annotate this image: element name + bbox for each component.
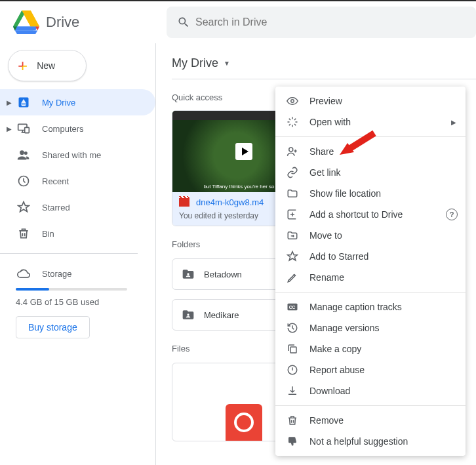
sidebar-item-computers[interactable]: ▶ Computers: [0, 115, 155, 142]
sidebar-item-bin[interactable]: Bin: [0, 220, 155, 247]
storage-label: Storage: [42, 269, 72, 279]
my-drive-icon: [16, 96, 31, 109]
menu-label: Not a helpful suggestion: [309, 436, 408, 447]
sidebar-item-label: My Drive: [42, 98, 75, 108]
menu-label: Move to: [309, 230, 342, 241]
storage-bar: [16, 288, 127, 291]
sidebar-item-label: Starred: [42, 203, 70, 212]
menu-captions[interactable]: CC Manage caption tracks: [275, 296, 466, 317]
menu-label: Manage caption tracks: [309, 302, 402, 312]
menu-share[interactable]: Share: [275, 141, 466, 162]
alert-icon: [286, 364, 299, 376]
menu-move-to[interactable]: Move to: [275, 225, 466, 246]
menu-rename[interactable]: Rename: [275, 267, 466, 288]
menu-copy[interactable]: Make a copy: [275, 338, 466, 359]
bin-icon: [16, 227, 31, 240]
link-icon: [286, 167, 299, 178]
chevron-right-icon: ▶: [451, 119, 456, 126]
menu-open-with[interactable]: Open with ▶: [275, 111, 466, 132]
menu-remove[interactable]: Remove: [275, 410, 466, 431]
copy-icon: [286, 343, 299, 355]
menu-label: Open with: [309, 117, 351, 127]
svg-point-6: [187, 313, 189, 315]
sidebar: + New ▶ My Drive ▶ Computers Shared with…: [0, 43, 156, 465]
plus-icon: +: [18, 56, 28, 76]
menu-label: Add to Starred: [309, 251, 368, 262]
trash-icon: [286, 414, 299, 426]
computers-icon: [16, 122, 31, 135]
menu-show-location[interactable]: Show file location: [275, 183, 466, 204]
drive-logo-icon: [13, 9, 39, 35]
cloud-icon: [16, 267, 31, 280]
star-icon: [286, 251, 299, 262]
file-type-icon: [226, 404, 262, 441]
menu-label: Report abuse: [309, 365, 365, 375]
menu-label: Remove: [309, 415, 344, 426]
pencil-icon: [286, 272, 299, 283]
thumb-down-icon: [286, 435, 299, 447]
drive-logo[interactable]: Drive: [0, 9, 167, 35]
search-bar[interactable]: [167, 7, 476, 38]
breadcrumb[interactable]: My Drive ▼: [172, 50, 476, 76]
qa-file-name: dne4m-k0gw8.m4: [196, 197, 264, 207]
menu-label: Share: [309, 146, 334, 157]
history-icon: [286, 322, 299, 334]
menu-preview[interactable]: Preview: [275, 91, 466, 111]
shortcut-icon: [286, 209, 299, 220]
menu-label: Download: [309, 386, 350, 396]
download-icon: [286, 385, 299, 397]
menu-add-shortcut[interactable]: Add a shortcut to Drive ?: [275, 204, 466, 225]
sidebar-item-label: Recent: [42, 176, 69, 186]
menu-label: Add a shortcut to Drive: [309, 209, 403, 220]
sidebar-item-recent[interactable]: Recent: [0, 168, 155, 194]
storage-used-text: 4.4 GB of 15 GB used: [16, 297, 155, 307]
eye-icon: [286, 95, 299, 107]
caret-icon: ▶: [7, 125, 16, 132]
sidebar-item-label: Shared with me: [42, 150, 101, 160]
recent-icon: [16, 174, 31, 188]
menu-download[interactable]: Download: [275, 380, 466, 401]
folder-name: Medikare: [204, 310, 239, 320]
svg-text:CC: CC: [289, 305, 296, 310]
menu-label: Preview: [309, 96, 342, 106]
shared-icon: [16, 148, 31, 161]
play-icon: [235, 143, 252, 160]
menu-label: Show file location: [309, 188, 381, 199]
svg-point-7: [291, 100, 294, 103]
folder-shared-icon: [182, 308, 195, 321]
menu-add-starred[interactable]: Add to Starred: [275, 246, 466, 267]
menu-not-helpful[interactable]: Not a helpful suggestion: [275, 431, 466, 452]
menu-get-link[interactable]: Get link: [275, 162, 466, 183]
menu-label: Manage versions: [309, 323, 380, 333]
menu-label: Make a copy: [309, 344, 361, 354]
sidebar-item-label: Bin: [42, 229, 54, 239]
open-with-icon: [286, 116, 299, 128]
new-button-label: New: [37, 60, 55, 71]
move-icon: [286, 230, 299, 241]
caret-icon: ▶: [7, 99, 16, 106]
sidebar-item-starred[interactable]: Starred: [0, 194, 155, 220]
search-input[interactable]: [195, 16, 471, 28]
svg-point-3: [24, 152, 28, 155]
svg-point-8: [289, 148, 293, 152]
sidebar-item-label: Computers: [42, 124, 84, 134]
folder-name: Betadown: [204, 270, 242, 279]
sidebar-item-my-drive[interactable]: ▶ My Drive: [0, 89, 155, 115]
cc-icon: CC: [286, 301, 299, 313]
menu-label: Rename: [309, 272, 344, 283]
star-icon: [16, 201, 31, 214]
sidebar-item-shared[interactable]: Shared with me: [0, 142, 155, 168]
sidebar-item-storage[interactable]: Storage: [16, 260, 155, 287]
buy-storage-button[interactable]: Buy storage: [16, 316, 90, 338]
menu-versions[interactable]: Manage versions: [275, 317, 466, 338]
new-button[interactable]: + New: [8, 50, 87, 81]
svg-rect-1: [25, 127, 30, 132]
folder-shared-icon: [182, 268, 195, 281]
context-menu: Preview Open with ▶ Share Get link Show …: [275, 87, 466, 456]
video-file-icon: [179, 198, 189, 207]
menu-report[interactable]: Report abuse: [275, 359, 466, 380]
breadcrumb-label: My Drive: [172, 56, 218, 70]
chevron-down-icon: ▼: [224, 60, 230, 67]
help-icon[interactable]: ?: [446, 209, 458, 220]
svg-point-2: [20, 150, 24, 155]
